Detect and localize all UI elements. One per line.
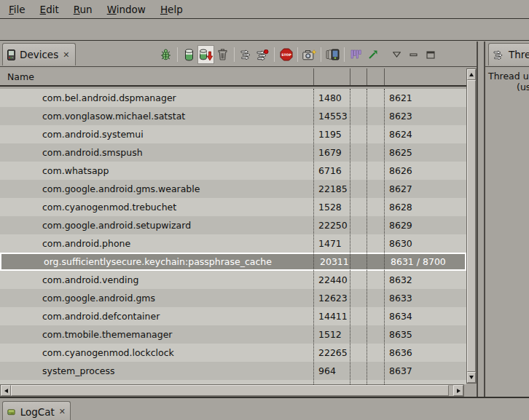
menu-edit-rest: dit: [46, 4, 59, 15]
process-name-cell: com.tmobile.thememanager: [0, 329, 313, 340]
process-port-cell: 8628: [384, 202, 466, 213]
process-port-cell: 8631 / 8700: [385, 256, 468, 267]
process-table-row[interactable]: com.whatsapp 6716 8626: [0, 162, 466, 180]
process-pid-cell: 22440: [313, 274, 350, 285]
scroll-up-button[interactable]: [467, 69, 476, 80]
process-port-cell: 8629: [384, 220, 466, 231]
horizontal-scrollbar: [0, 384, 464, 397]
process-table-row[interactable]: com.google.android.gms 12623 8633: [0, 289, 466, 307]
menu-run-key: R: [74, 4, 80, 15]
process-port-cell: 8623: [384, 111, 466, 122]
process-name-cell: com.vonglasow.michael.satstat: [0, 111, 313, 122]
process-pid-cell: 1195: [313, 129, 350, 140]
menu-window-rest: indow: [117, 4, 146, 15]
devices-toolbar: STOP: [157, 44, 439, 66]
process-table-row[interactable]: com.cyanogenmod.trebuchet 1528 8628: [0, 198, 466, 216]
process-table-row[interactable]: com.google.android.setupwizard 22250 862…: [0, 216, 466, 234]
start-tracing-button[interactable]: [364, 45, 381, 64]
scroll-left-button[interactable]: [1, 385, 11, 396]
view-menu-icon: [393, 52, 401, 58]
menu-help-rest: elp: [168, 4, 183, 15]
method-profiling-icon: [256, 49, 269, 60]
tab-threads[interactable]: Threads: [488, 43, 529, 66]
menu-file-key: F: [9, 4, 14, 15]
threads-message-line1: Thread updates not enabled for selected …: [488, 71, 529, 82]
trash-icon: [218, 49, 227, 60]
process-table-row[interactable]: system_process 964 8637: [0, 362, 466, 380]
dump-hprof-button[interactable]: [197, 45, 214, 64]
process-pid-cell: 14411: [313, 311, 350, 322]
devices-tab-row: Devices ✕: [0, 41, 477, 67]
process-name-cell: system_process: [0, 365, 313, 376]
scroll-down-button[interactable]: [467, 372, 476, 383]
scroll-right-button[interactable]: [453, 385, 463, 396]
process-name-cell: com.cyanogenmod.lockclock: [0, 347, 313, 358]
view-menu-button[interactable]: [388, 45, 405, 64]
cause-gc-button[interactable]: [214, 45, 231, 64]
device-screens-button[interactable]: [324, 45, 341, 64]
process-pid-cell: 20311: [315, 256, 351, 267]
threads-message-line2: (use toolbar button to enable): [517, 82, 529, 92]
header-divider[interactable]: [350, 68, 350, 85]
tab-logcat[interactable]: LogCat ✕: [2, 401, 71, 420]
process-table-row[interactable]: com.bel.android.dspmanager 1480 8621: [0, 89, 466, 107]
tab-devices[interactable]: Devices ✕: [2, 43, 76, 66]
vertical-scrollbar-thumb[interactable]: [467, 80, 476, 372]
debug-attach-button[interactable]: [157, 45, 174, 64]
process-pid-cell: 1679: [313, 147, 350, 158]
systrace-columns-icon: [350, 49, 361, 60]
update-heap-button[interactable]: [181, 45, 197, 64]
process-table-row[interactable]: com.vonglasow.michael.satstat 14553 8623: [0, 107, 466, 125]
process-table-row[interactable]: com.cyanogenmod.lockclock 22265 8636: [0, 344, 466, 362]
minimize-view-button[interactable]: [405, 45, 422, 64]
maximize-view-button[interactable]: [422, 45, 439, 64]
header-divider[interactable]: [367, 68, 367, 85]
menu-window[interactable]: Window: [100, 1, 153, 17]
process-table-row[interactable]: com.tmobile.thememanager 1512 8635: [0, 325, 466, 344]
update-threads-button[interactable]: [238, 45, 254, 64]
menu-file-rest: ile: [14, 4, 26, 15]
process-pid-cell: 22265: [313, 347, 350, 358]
process-table-row[interactable]: com.android.systemui 1195 8624: [0, 125, 466, 143]
logcat-icon: [7, 407, 16, 417]
systrace-button[interactable]: [348, 45, 364, 64]
screen-capture-button[interactable]: [301, 45, 318, 64]
process-name-cell: com.android.phone: [0, 238, 313, 249]
header-divider[interactable]: [384, 68, 385, 85]
method-profiling-button[interactable]: [254, 45, 271, 64]
tab-logcat-close-icon[interactable]: ✕: [59, 408, 66, 416]
camera-icon: [302, 49, 316, 60]
process-port-cell: 8630: [384, 238, 466, 249]
process-table-row[interactable]: com.android.vending 22440 8632: [0, 271, 466, 289]
process-pid-cell: 964: [313, 365, 350, 376]
tab-devices-close-icon[interactable]: ✕: [63, 51, 69, 59]
menu-edit[interactable]: Edit: [33, 1, 66, 17]
process-table-row[interactable]: com.android.smspush 1679 8625: [0, 143, 466, 162]
process-port-cell: 8632: [384, 274, 466, 285]
process-port-cell: 8633: [384, 293, 466, 304]
horizontal-scrollbar-thumb[interactable]: [11, 385, 449, 396]
header-divider[interactable]: [313, 68, 314, 85]
stop-process-button[interactable]: STOP: [278, 45, 294, 64]
menu-help-key: H: [160, 4, 168, 15]
device-phone-icon: [7, 49, 15, 60]
process-table-row[interactable]: com.android.defcontainer 14411 8634: [0, 307, 466, 325]
process-port-cell: 8625: [384, 147, 466, 158]
dump-hprof-icon: [199, 49, 213, 61]
process-port-cell: 8624: [384, 129, 466, 140]
menu-file[interactable]: File: [1, 1, 33, 17]
menu-help[interactable]: Help: [153, 1, 190, 17]
process-name-cell: com.google.android.setupwizard: [0, 220, 313, 231]
threads-message: Thread updates not enabled for selected …: [488, 71, 529, 92]
process-table-row[interactable]: com.android.phone 1471 8630: [0, 234, 466, 253]
tab-devices-label: Devices: [20, 49, 58, 60]
process-table-row[interactable]: com.google.android.gms.wearable 22185 86…: [0, 180, 466, 198]
column-header-name[interactable]: Name: [0, 68, 313, 85]
process-name-cell: com.google.android.gms.wearable: [0, 183, 313, 194]
process-table-row[interactable]: org.sufficientlysecure.keychain:passphra…: [0, 253, 466, 271]
menu-run[interactable]: Run: [66, 1, 100, 17]
toolbar-separator: [177, 47, 178, 62]
logcat-tab-row: LogCat ✕: [0, 398, 529, 420]
process-name-cell: com.google.android.gms: [0, 293, 313, 304]
process-table-body: com.bel.android.dspmanager 1480 8621 com…: [0, 89, 466, 384]
